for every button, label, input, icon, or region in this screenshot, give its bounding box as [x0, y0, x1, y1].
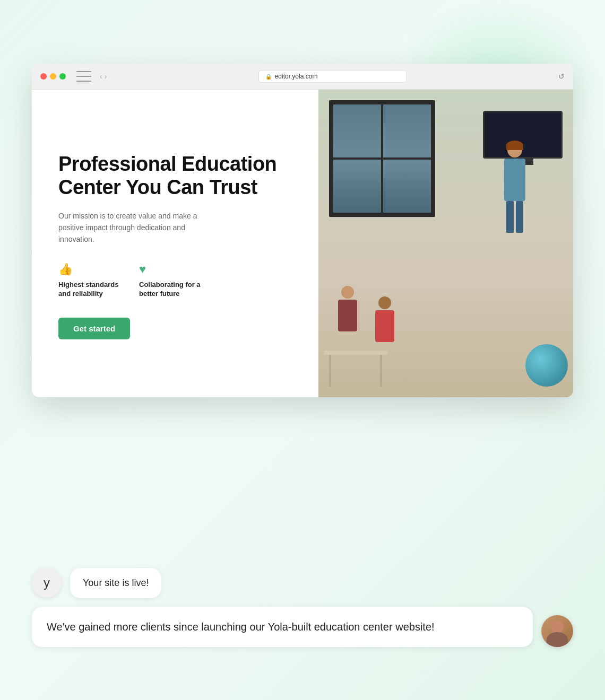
student-figure-1 — [334, 286, 361, 355]
classroom-desk — [324, 351, 387, 355]
website-content: Professional Education Center You Can Tr… — [32, 90, 573, 397]
hero-subtitle: Our mission is to create value and make … — [58, 210, 207, 246]
chat-outgoing-row: We've gained more clients since launchin… — [32, 607, 573, 647]
nav-arrows: ‹ › — [100, 72, 107, 81]
feature-label-1: Highest standards and reliability — [58, 281, 122, 299]
globe-decoration — [525, 344, 568, 387]
hero-left: Professional Education Center You Can Tr… — [32, 90, 318, 397]
feature-label-2: Collaborating for a better future — [139, 281, 203, 299]
minimize-button[interactable] — [50, 73, 56, 80]
chat-incoming-row: y Your site is live! — [32, 568, 573, 598]
student-head-1 — [341, 286, 354, 299]
address-bar[interactable]: 🔒 editor.yola.com — [258, 70, 407, 83]
feature-item-2: ♥ Collaborating for a better future — [139, 262, 203, 299]
maximize-button[interactable] — [59, 73, 66, 80]
outgoing-message-bubble: We've gained more clients since launchin… — [32, 607, 533, 647]
teacher-hair — [506, 141, 523, 150]
student-body-2 — [375, 310, 394, 342]
feature-item-1: 👍 Highest standards and reliability — [58, 262, 122, 299]
browser-chrome: ‹ › 🔒 editor.yola.com ↺ — [32, 64, 573, 90]
traffic-lights — [40, 73, 66, 80]
student-head-2 — [378, 296, 391, 309]
forward-button[interactable]: › — [105, 72, 107, 81]
sidebar-toggle[interactable] — [76, 71, 91, 82]
teacher-legs — [499, 201, 531, 233]
outgoing-message-text: We've gained more clients since launchin… — [47, 621, 435, 633]
hero-title: Professional Education Center You Can Tr… — [58, 153, 292, 199]
student-body-1 — [338, 300, 357, 331]
teacher-head — [507, 143, 522, 158]
teacher-figure — [499, 143, 531, 238]
incoming-message-text: Your site is live! — [83, 578, 149, 588]
reload-button[interactable]: ↺ — [558, 72, 565, 81]
url-text: editor.yola.com — [275, 73, 318, 80]
get-started-button[interactable]: Get started — [58, 318, 130, 339]
lock-icon: 🔒 — [265, 74, 272, 80]
yola-avatar-letter: y — [44, 575, 50, 590]
back-button[interactable]: ‹ — [100, 72, 102, 81]
chat-section: y Your site is live! We've gained more c… — [32, 568, 573, 647]
features-row: 👍 Highest standards and reliability ♥ Co… — [58, 262, 292, 299]
teacher-leg-right — [516, 201, 523, 233]
user-avatar — [541, 615, 573, 647]
address-bar-container: 🔒 editor.yola.com — [113, 70, 552, 83]
yola-avatar: y — [32, 568, 62, 598]
incoming-message-bubble: Your site is live! — [70, 568, 161, 598]
browser-window: ‹ › 🔒 editor.yola.com ↺ Professional Edu… — [32, 64, 573, 397]
heart-icon: ♥ — [139, 262, 203, 276]
close-button[interactable] — [40, 73, 47, 80]
hero-image — [318, 90, 573, 397]
teacher-body — [504, 159, 525, 201]
classroom-scene — [318, 90, 573, 397]
thumbup-icon: 👍 — [58, 262, 122, 276]
teacher-leg-left — [506, 201, 514, 233]
student-figure-2 — [371, 296, 398, 365]
classroom-window — [329, 100, 435, 217]
